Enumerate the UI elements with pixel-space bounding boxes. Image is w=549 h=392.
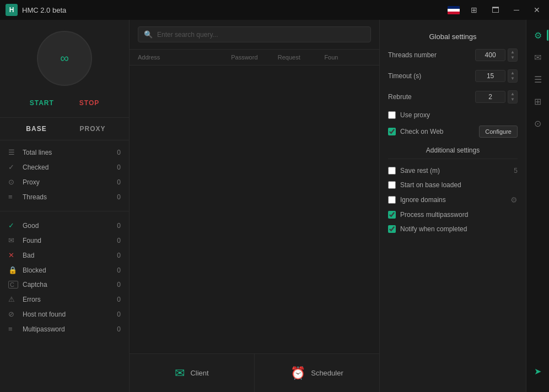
multipassword-label: Multipassword	[23, 325, 117, 333]
save-rest-value: 5	[514, 167, 518, 175]
avatar-icon: ∞	[60, 51, 69, 66]
use-proxy-label[interactable]: Use proxy	[400, 111, 518, 119]
save-rest-checkbox[interactable]	[388, 167, 396, 175]
threads-number-input[interactable]	[475, 49, 505, 61]
ignore-domains-gear-button[interactable]: ⚙	[510, 195, 518, 204]
blocked-value: 0	[117, 266, 121, 274]
stat-errors: ⚠ Errors 0	[8, 292, 121, 307]
notify-when-completed-row: Notify when completed	[388, 225, 518, 233]
client-button[interactable]: ✉ Client	[130, 354, 255, 392]
check-on-web-row: Check on Web Configure	[388, 126, 518, 138]
tab-proxy[interactable]: PROXY	[64, 122, 121, 135]
threads-number-spinner[interactable]: ▲ ▼	[508, 48, 518, 62]
base-proxy-tabs: BASE PROXY	[0, 117, 129, 140]
blocked-label: Blocked	[23, 266, 117, 274]
rail-mail[interactable]: ✉	[528, 47, 548, 67]
errors-value: 0	[117, 296, 121, 303]
stats-bottom: ✓ Good 0 ✉ Found 0 ✕ Bad 0 🔒 Blocked 0 C	[0, 214, 129, 341]
stat-host-not-found: ⊘ Host not found 0	[8, 307, 121, 322]
threads-label: Threads	[23, 193, 117, 201]
proxy-value: 0	[117, 178, 121, 186]
captcha-icon: C	[8, 281, 18, 288]
rebrute-input[interactable]	[475, 91, 505, 103]
timeout-up-arrow[interactable]: ▲	[510, 70, 515, 76]
check-on-web-checkbox[interactable]	[388, 128, 396, 135]
use-proxy-checkbox[interactable]	[388, 111, 396, 119]
search-input[interactable]	[157, 31, 365, 39]
rebrute-down-arrow[interactable]: ▼	[510, 97, 515, 102]
stat-captcha: C Captcha 0	[8, 277, 121, 292]
stat-bad: ✕ Bad 0	[8, 248, 121, 263]
start-on-base-loaded-checkbox[interactable]	[388, 181, 396, 189]
col-request: Request	[278, 54, 325, 61]
configure-button[interactable]: Configure	[479, 126, 518, 138]
threads-down-arrow[interactable]: ▼	[510, 55, 515, 61]
checked-icon: ✓	[8, 163, 18, 171]
notify-when-completed-label[interactable]: Notify when completed	[400, 225, 518, 233]
rail-send[interactable]: ➤	[528, 361, 548, 381]
save-rest-label[interactable]: Save rest (m)	[400, 167, 509, 175]
rebrute-up-arrow[interactable]: ▲	[510, 91, 515, 97]
total-lines-label: Total lines	[23, 149, 117, 156]
timeout-down-arrow[interactable]: ▼	[510, 76, 515, 81]
captcha-value: 0	[117, 281, 121, 288]
bad-label: Bad	[23, 252, 117, 259]
timeout-spinner[interactable]: ▲ ▼	[508, 69, 518, 83]
rebrute-spinner[interactable]: ▲ ▼	[508, 90, 518, 104]
notify-when-completed-checkbox[interactable]	[388, 225, 396, 233]
rail-grid[interactable]: ⊞	[528, 91, 548, 111]
bad-value: 0	[117, 252, 121, 259]
stats-top: ☰ Total lines 0 ✓ Checked 0 ⊙ Proxy 0 ≡ …	[0, 140, 129, 209]
stat-good: ✓ Good 0	[8, 218, 121, 233]
timeout-input[interactable]	[475, 70, 505, 82]
titlebar-right: ⊞ 🗖 ─ ✕	[448, 4, 543, 15]
found-value: 0	[117, 237, 121, 244]
timeout-label: Timeout (s)	[388, 72, 475, 80]
stat-proxy: ⊙ Proxy 0	[8, 175, 121, 189]
window-close-button[interactable]: ✕	[530, 4, 543, 15]
good-icon: ✓	[8, 221, 18, 230]
check-on-web-label[interactable]: Check on Web	[400, 128, 475, 135]
start-button[interactable]: START	[25, 97, 58, 109]
search-wrapper: 🔍	[138, 26, 371, 42]
window-minimize-button[interactable]: ─	[510, 4, 523, 15]
threads-icon: ≡	[8, 193, 18, 201]
window-maximize-button[interactable]: 🗖	[488, 4, 503, 15]
mail-icon: ✉	[534, 52, 541, 63]
stat-total-lines: ☰ Total lines 0	[8, 145, 121, 160]
ignore-domains-checkbox[interactable]	[388, 196, 396, 204]
stop-button[interactable]: STOP	[75, 97, 104, 109]
host-not-found-value: 0	[117, 311, 121, 318]
rail-settings[interactable]: ⚙	[528, 25, 548, 45]
window-apps-button[interactable]: ⊞	[467, 4, 481, 15]
checked-label: Checked	[23, 164, 117, 171]
rail-list[interactable]: ☰	[528, 69, 548, 89]
threads-up-arrow[interactable]: ▲	[510, 50, 515, 55]
stat-threads: ≡ Threads 0	[8, 189, 121, 204]
blocked-icon: 🔒	[8, 266, 18, 274]
process-multipassword-label[interactable]: Process multipassword	[400, 211, 518, 219]
host-not-found-icon: ⊘	[8, 310, 18, 318]
ignore-domains-label[interactable]: Ignore domains	[400, 196, 504, 204]
process-multipassword-checkbox[interactable]	[388, 211, 396, 219]
right-panel-content: Global settings Threads number ▲ ▼ Timeo…	[380, 20, 526, 392]
checked-value: 0	[117, 164, 121, 171]
scheduler-button[interactable]: ⏰ Scheduler	[255, 354, 379, 392]
list-icon: ☰	[534, 74, 542, 85]
rail-globe[interactable]: ⊙	[528, 113, 548, 133]
found-label: Found	[23, 237, 117, 244]
threads-number-row: Threads number ▲ ▼	[388, 48, 518, 62]
good-label: Good	[23, 222, 117, 230]
start-on-base-loaded-label[interactable]: Start on base loaded	[400, 181, 518, 189]
threads-number-label: Threads number	[388, 51, 475, 59]
search-bar: 🔍	[130, 20, 379, 50]
avatar-area: ∞	[0, 20, 129, 91]
errors-icon: ⚠	[8, 295, 18, 303]
rebrute-row: Rebrute ▲ ▼	[388, 90, 518, 104]
grid-icon: ⊞	[534, 96, 541, 107]
globe-icon: ⊙	[534, 118, 541, 129]
language-flag[interactable]	[448, 6, 460, 14]
captcha-label: Captcha	[23, 281, 117, 288]
tab-base[interactable]: BASE	[8, 122, 64, 135]
center-panel: 🔍 Address Password Request Foun ✉ Client…	[130, 20, 380, 392]
